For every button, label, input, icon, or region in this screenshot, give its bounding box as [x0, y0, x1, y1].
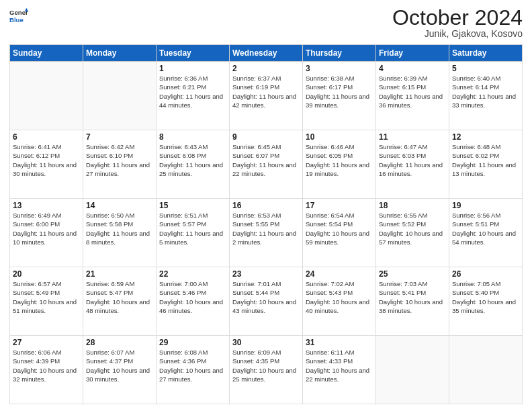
day-number: 6 — [13, 132, 80, 142]
day-number: 18 — [379, 201, 446, 210]
table-row: 2Sunrise: 6:37 AMSunset: 6:19 PMDaylight… — [230, 62, 303, 130]
day-number: 13 — [13, 201, 80, 210]
table-row: 20Sunrise: 6:57 AMSunset: 5:49 PMDayligh… — [10, 267, 83, 336]
table-row: 29Sunrise: 6:08 AMSunset: 4:36 PMDayligh… — [157, 336, 230, 404]
calendar-subtitle: Junik, Gjakova, Kosovo — [392, 28, 523, 39]
table-row: 28Sunrise: 6:07 AMSunset: 4:37 PMDayligh… — [83, 336, 157, 404]
day-detail: Sunrise: 6:07 AMSunset: 4:37 PMDaylight:… — [86, 348, 153, 383]
col-monday: Monday — [83, 45, 157, 62]
day-number: 3 — [306, 64, 373, 73]
col-sunday: Sunday — [10, 45, 83, 62]
day-number: 2 — [232, 64, 300, 73]
day-number: 8 — [159, 132, 226, 142]
table-row: 7Sunrise: 6:42 AMSunset: 6:10 PMDaylight… — [83, 130, 157, 199]
day-number: 11 — [379, 132, 446, 142]
day-number: 24 — [306, 269, 373, 279]
col-friday: Friday — [376, 45, 449, 62]
day-detail: Sunrise: 6:48 AMSunset: 6:02 PMDaylight:… — [452, 142, 519, 178]
table-row: 4Sunrise: 6:39 AMSunset: 6:15 PMDaylight… — [376, 62, 449, 130]
col-tuesday: Tuesday — [157, 45, 230, 62]
day-number: 31 — [306, 338, 373, 347]
day-detail: Sunrise: 6:40 AMSunset: 6:14 PMDaylight:… — [452, 74, 519, 109]
day-detail: Sunrise: 6:56 AMSunset: 5:51 PMDaylight:… — [452, 211, 519, 246]
day-detail: Sunrise: 6:42 AMSunset: 6:10 PMDaylight:… — [86, 142, 153, 178]
table-row: 24Sunrise: 7:02 AMSunset: 5:43 PMDayligh… — [303, 267, 376, 336]
calendar-week-row: 6Sunrise: 6:41 AMSunset: 6:12 PMDaylight… — [10, 130, 523, 199]
table-row: 9Sunrise: 6:45 AMSunset: 6:07 PMDaylight… — [230, 130, 303, 199]
day-number: 30 — [232, 338, 300, 347]
table-row: 13Sunrise: 6:49 AMSunset: 6:00 PMDayligh… — [10, 199, 83, 267]
day-number: 17 — [306, 201, 373, 210]
table-row: 12Sunrise: 6:48 AMSunset: 6:02 PMDayligh… — [449, 130, 523, 199]
table-row: 25Sunrise: 7:03 AMSunset: 5:41 PMDayligh… — [376, 267, 449, 336]
day-detail: Sunrise: 6:51 AMSunset: 5:57 PMDaylight:… — [159, 211, 226, 246]
svg-text:Blue: Blue — [9, 16, 24, 24]
day-number: 19 — [452, 201, 519, 210]
table-row: 17Sunrise: 6:54 AMSunset: 5:54 PMDayligh… — [303, 199, 376, 267]
title-block: October 2024 Junik, Gjakova, Kosovo — [392, 7, 523, 39]
table-row — [376, 336, 449, 404]
day-detail: Sunrise: 7:03 AMSunset: 5:41 PMDaylight:… — [379, 279, 446, 315]
day-number: 23 — [232, 269, 300, 279]
table-row: 5Sunrise: 6:40 AMSunset: 6:14 PMDaylight… — [449, 62, 523, 130]
day-detail: Sunrise: 6:41 AMSunset: 6:12 PMDaylight:… — [13, 142, 80, 178]
day-number: 5 — [452, 64, 519, 73]
table-row: 30Sunrise: 6:09 AMSunset: 4:35 PMDayligh… — [230, 336, 303, 404]
day-detail: Sunrise: 6:37 AMSunset: 6:19 PMDaylight:… — [232, 74, 300, 109]
table-row: 3Sunrise: 6:38 AMSunset: 6:17 PMDaylight… — [303, 62, 376, 130]
table-row — [10, 62, 83, 130]
table-row: 6Sunrise: 6:41 AMSunset: 6:12 PMDaylight… — [10, 130, 83, 199]
logo-icon: General Blue — [9, 7, 28, 26]
day-number: 1 — [159, 64, 226, 73]
logo: General Blue — [9, 7, 28, 26]
day-number: 14 — [86, 201, 153, 210]
day-number: 27 — [13, 338, 80, 347]
day-detail: Sunrise: 6:57 AMSunset: 5:49 PMDaylight:… — [13, 279, 80, 315]
day-number: 4 — [379, 64, 446, 73]
table-row: 16Sunrise: 6:53 AMSunset: 5:55 PMDayligh… — [230, 199, 303, 267]
day-number: 20 — [13, 269, 80, 279]
calendar-table: Sunday Monday Tuesday Wednesday Thursday… — [9, 44, 523, 404]
day-number: 16 — [232, 201, 300, 210]
day-detail: Sunrise: 6:09 AMSunset: 4:35 PMDaylight:… — [232, 348, 300, 383]
day-detail: Sunrise: 6:38 AMSunset: 6:17 PMDaylight:… — [306, 74, 373, 109]
day-detail: Sunrise: 6:53 AMSunset: 5:55 PMDaylight:… — [232, 211, 300, 246]
day-detail: Sunrise: 7:02 AMSunset: 5:43 PMDaylight:… — [306, 279, 373, 315]
day-detail: Sunrise: 6:36 AMSunset: 6:21 PMDaylight:… — [159, 74, 226, 109]
table-row: 10Sunrise: 6:46 AMSunset: 6:05 PMDayligh… — [303, 130, 376, 199]
calendar-week-row: 13Sunrise: 6:49 AMSunset: 6:00 PMDayligh… — [10, 199, 523, 267]
day-detail: Sunrise: 6:06 AMSunset: 4:39 PMDaylight:… — [13, 348, 80, 383]
day-number: 28 — [86, 338, 153, 347]
day-detail: Sunrise: 6:50 AMSunset: 5:58 PMDaylight:… — [86, 211, 153, 246]
day-detail: Sunrise: 6:39 AMSunset: 6:15 PMDaylight:… — [379, 74, 446, 109]
table-row: 26Sunrise: 7:05 AMSunset: 5:40 PMDayligh… — [449, 267, 523, 336]
day-number: 26 — [452, 269, 519, 279]
calendar-week-row: 1Sunrise: 6:36 AMSunset: 6:21 PMDaylight… — [10, 62, 523, 130]
day-detail: Sunrise: 6:43 AMSunset: 6:08 PMDaylight:… — [159, 142, 226, 178]
header: General Blue October 2024 Junik, Gjakova… — [9, 7, 523, 39]
calendar-header-row: Sunday Monday Tuesday Wednesday Thursday… — [10, 45, 523, 62]
day-number: 15 — [159, 201, 226, 210]
table-row: 15Sunrise: 6:51 AMSunset: 5:57 PMDayligh… — [157, 199, 230, 267]
table-row — [83, 62, 157, 130]
svg-text:General: General — [9, 9, 28, 16]
table-row: 8Sunrise: 6:43 AMSunset: 6:08 PMDaylight… — [157, 130, 230, 199]
table-row: 23Sunrise: 7:01 AMSunset: 5:44 PMDayligh… — [230, 267, 303, 336]
table-row: 19Sunrise: 6:56 AMSunset: 5:51 PMDayligh… — [449, 199, 523, 267]
day-detail: Sunrise: 7:01 AMSunset: 5:44 PMDaylight:… — [232, 279, 300, 315]
day-number: 7 — [86, 132, 153, 142]
day-number: 12 — [452, 132, 519, 142]
table-row: 11Sunrise: 6:47 AMSunset: 6:03 PMDayligh… — [376, 130, 449, 199]
table-row: 31Sunrise: 6:11 AMSunset: 4:33 PMDayligh… — [303, 336, 376, 404]
calendar-page: General Blue October 2024 Junik, Gjakova… — [0, 0, 532, 411]
col-wednesday: Wednesday — [230, 45, 303, 62]
table-row: 14Sunrise: 6:50 AMSunset: 5:58 PMDayligh… — [83, 199, 157, 267]
day-detail: Sunrise: 7:05 AMSunset: 5:40 PMDaylight:… — [452, 279, 519, 315]
col-saturday: Saturday — [449, 45, 523, 62]
day-detail: Sunrise: 6:55 AMSunset: 5:52 PMDaylight:… — [379, 211, 446, 246]
day-detail: Sunrise: 6:47 AMSunset: 6:03 PMDaylight:… — [379, 142, 446, 178]
day-number: 29 — [159, 338, 226, 347]
day-detail: Sunrise: 6:49 AMSunset: 6:00 PMDaylight:… — [13, 211, 80, 246]
table-row: 18Sunrise: 6:55 AMSunset: 5:52 PMDayligh… — [376, 199, 449, 267]
day-number: 21 — [86, 269, 153, 279]
